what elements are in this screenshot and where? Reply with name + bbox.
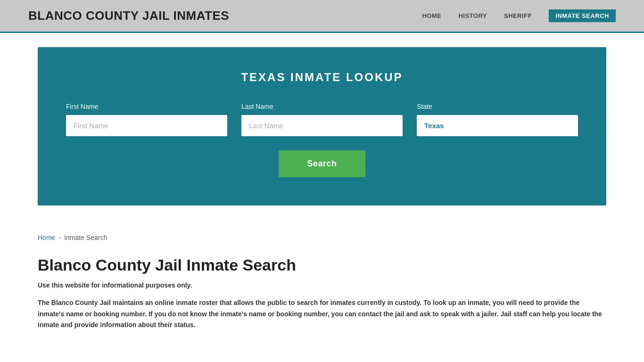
first-name-input[interactable] <box>66 115 227 136</box>
first-name-label: First Name <box>66 103 227 110</box>
search-fields: First Name Last Name State <box>66 103 578 136</box>
nav-sheriff[interactable]: SHERIFF <box>504 12 532 19</box>
disclaimer-text: Use this website for informational purpo… <box>38 281 606 289</box>
banner-title: TEXAS INMATE LOOKUP <box>66 71 578 84</box>
nav-inmate-search[interactable]: INMATE SEARCH <box>549 9 616 22</box>
last-name-group: Last Name <box>241 103 403 136</box>
last-name-input[interactable] <box>241 115 403 136</box>
state-group: State <box>417 103 578 136</box>
main-content: Blanco County Jail Inmate Search Use thi… <box>0 246 644 350</box>
site-title: BLANCO COUNTY JAIL INMATES <box>28 8 229 23</box>
nav-home[interactable]: HOME <box>422 12 441 19</box>
nav-history[interactable]: HISTORY <box>458 12 487 19</box>
description-text: The Blanco County Jail maintains an onli… <box>38 297 603 331</box>
search-banner: TEXAS INMATE LOOKUP First Name Last Name… <box>38 47 606 206</box>
state-label: State <box>417 103 578 110</box>
breadcrumb: Home • Inmate Search <box>0 220 644 246</box>
site-header: BLANCO COUNTY JAIL INMATES HOME HISTORY … <box>0 0 644 33</box>
breadcrumb-home-link[interactable]: Home <box>38 234 55 241</box>
breadcrumb-separator: • <box>59 236 60 240</box>
breadcrumb-current: Inmate Search <box>64 234 107 241</box>
main-nav: HOME HISTORY SHERIFF INMATE SEARCH <box>422 9 616 22</box>
search-button[interactable]: Search <box>279 150 365 177</box>
page-heading: Blanco County Jail Inmate Search <box>38 255 606 275</box>
first-name-group: First Name <box>66 103 227 136</box>
last-name-label: Last Name <box>241 103 403 110</box>
search-btn-container: Search <box>66 150 578 177</box>
state-input[interactable] <box>417 115 578 136</box>
